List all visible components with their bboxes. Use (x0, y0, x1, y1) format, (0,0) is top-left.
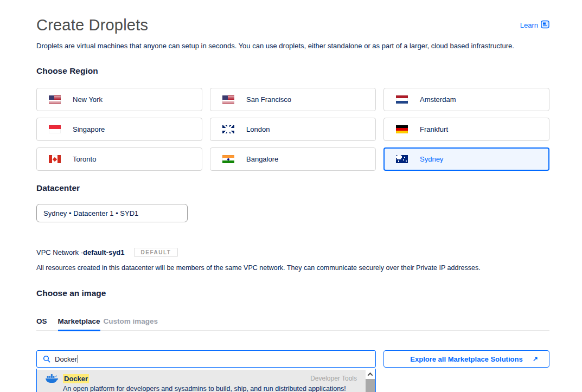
learn-link-label: Learn (520, 21, 538, 29)
result-top-row: Docker Developer Tools (46, 374, 357, 383)
result-description: An open platform for developers and sysa… (63, 385, 357, 392)
vpc-default-badge: DEFAULT (134, 248, 178, 257)
dropdown-scrollbar[interactable] (366, 370, 375, 392)
result-item-docker[interactable]: Docker Developer Tools An open platform … (37, 370, 375, 392)
vpc-network-name: default-syd1 (83, 248, 125, 256)
region-card-london[interactable]: London (210, 118, 376, 141)
datacenter-selected-value: Sydney • Datacenter 1 • SYD1 (43, 209, 138, 217)
page-header: Create Droplets Learn (36, 16, 549, 34)
learn-docs-icon (541, 20, 549, 30)
explore-marketplace-button[interactable]: Explore all Marketplace Solutions ↗ (383, 350, 549, 368)
canada-flag-icon (49, 155, 61, 163)
tab-custom-images[interactable]: Custom images (104, 317, 158, 331)
region-grid: New York San Francisco Amsterdam Singapo… (36, 88, 549, 171)
region-card-toronto[interactable]: Toronto (36, 147, 202, 171)
search-results-dropdown: Docker Developer Tools An open platform … (36, 369, 376, 392)
region-label: San Francisco (246, 95, 291, 104)
australia-flag-icon (396, 155, 408, 163)
region-card-sydney-selected[interactable]: Sydney (383, 147, 549, 171)
page-title: Create Droplets (36, 16, 148, 34)
datacenter-heading: Datacenter (36, 183, 549, 193)
india-flag-icon (222, 155, 234, 163)
page-subtitle: Droplets are virtual machines that anyon… (36, 42, 549, 50)
choose-image-heading: Choose an image (36, 288, 549, 298)
result-name: Docker (63, 375, 89, 383)
vpc-network-row: VPC Network - default-syd1 DEFAULT (36, 248, 549, 257)
tab-os[interactable]: OS (36, 317, 47, 331)
region-label: Frankfurt (420, 125, 448, 133)
region-card-bangalore[interactable]: Bangalore (210, 147, 376, 171)
search-input-value: Docker (55, 355, 77, 363)
search-icon (43, 355, 50, 363)
us-flag-icon (49, 95, 61, 104)
image-tabs: OS Marketplace Custom images (36, 317, 549, 331)
region-card-frankfurt[interactable]: Frankfurt (383, 118, 549, 141)
region-card-new-york[interactable]: New York (36, 88, 202, 111)
text-caret (78, 355, 78, 363)
search-match-highlight: Docker (63, 374, 89, 383)
region-label: Singapore (73, 125, 105, 133)
create-droplets-page: Create Droplets Learn Droplets are virtu… (0, 16, 582, 368)
region-card-amsterdam[interactable]: Amsterdam (383, 88, 549, 111)
region-label: London (246, 125, 270, 133)
region-card-singapore[interactable]: Singapore (36, 118, 202, 141)
us-flag-icon (222, 95, 234, 104)
germany-flag-icon (396, 125, 408, 133)
explore-button-label: Explore all Marketplace Solutions (410, 355, 522, 363)
docker-whale-icon (46, 374, 59, 383)
datacenter-select[interactable]: Sydney • Datacenter 1 • SYD1 (36, 204, 188, 222)
vpc-network-label: VPC Network - (36, 248, 83, 256)
region-label: Amsterdam (420, 95, 456, 104)
marketplace-search-row: Docker Docker Developer Tools An open pl… (36, 350, 549, 368)
external-link-icon: ↗ (533, 355, 538, 363)
region-label: Sydney (420, 155, 443, 163)
search-wrap: Docker Docker Developer Tools An open pl… (36, 350, 376, 368)
choose-region-heading: Choose Region (36, 66, 549, 76)
vpc-description: All resources created in this datacenter… (36, 264, 549, 272)
marketplace-search-input[interactable]: Docker (36, 350, 376, 368)
scrollbar-thumb[interactable] (366, 379, 375, 392)
result-category: Developer Tools (310, 375, 357, 382)
scroll-up-arrow-icon[interactable] (366, 370, 375, 379)
singapore-flag-icon (49, 125, 61, 133)
region-card-san-francisco[interactable]: San Francisco (210, 88, 376, 111)
learn-link[interactable]: Learn (520, 20, 549, 30)
tab-marketplace-active[interactable]: Marketplace (58, 317, 100, 331)
region-label: New York (73, 95, 103, 104)
region-label: Bangalore (246, 155, 278, 163)
region-label: Toronto (73, 155, 96, 163)
uk-flag-icon (222, 125, 234, 133)
netherlands-flag-icon (396, 95, 408, 104)
